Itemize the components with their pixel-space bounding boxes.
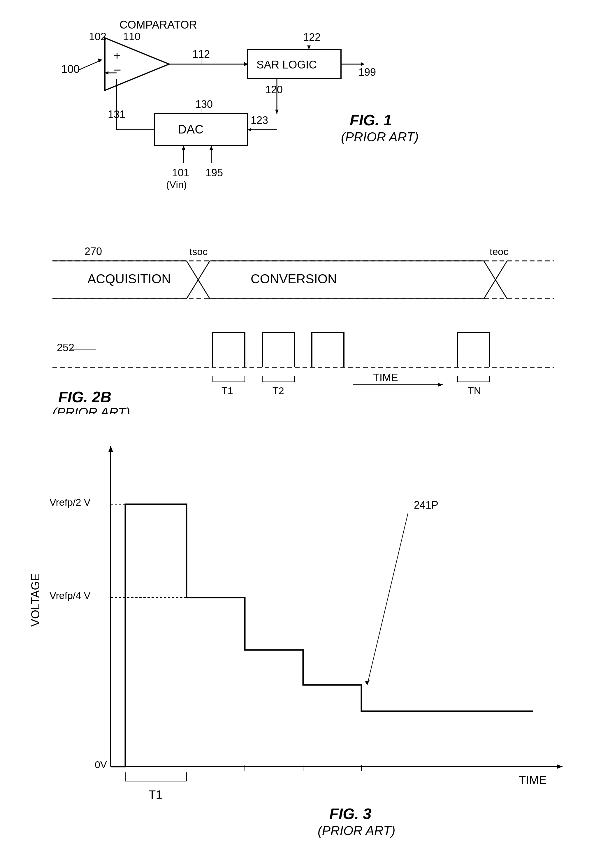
svg-text:CONVERSION: CONVERSION — [251, 272, 337, 286]
page: 100 + − COMPARATOR 110 102 112 SAR LOGIC… — [0, 0, 610, 868]
svg-text:FIG. 2B: FIG. 2B — [58, 389, 111, 405]
svg-text:T1: T1 — [221, 385, 233, 396]
svg-text:+: + — [114, 49, 120, 62]
svg-text:TIME: TIME — [519, 773, 547, 786]
svg-text:T1: T1 — [149, 788, 163, 801]
svg-text:TIME: TIME — [373, 372, 398, 384]
fig3-diagram: VOLTAGE TIME Vrefp/2 V Vrefp/4 V 0V 241P… — [23, 423, 591, 845]
fig1-diagram: 100 + − COMPARATOR 110 102 112 SAR LOGIC… — [44, 9, 568, 213]
svg-marker-41 — [209, 146, 213, 150]
svg-text:T2: T2 — [272, 385, 284, 396]
svg-text:100: 100 — [61, 63, 80, 75]
svg-text:(PRIOR ART): (PRIOR ART) — [53, 405, 130, 414]
svg-text:110: 110 — [123, 31, 141, 43]
svg-text:(PRIOR ART): (PRIOR ART) — [318, 823, 395, 838]
svg-text:SAR LOGIC: SAR LOGIC — [257, 59, 317, 71]
svg-text:199: 199 — [359, 66, 376, 78]
svg-line-105 — [367, 513, 408, 685]
svg-text:241P: 241P — [414, 499, 438, 511]
svg-marker-77 — [438, 383, 443, 386]
svg-text:270: 270 — [85, 245, 102, 257]
svg-marker-94 — [108, 446, 113, 452]
svg-text:195: 195 — [206, 167, 223, 179]
svg-marker-23 — [275, 110, 279, 114]
svg-text:122: 122 — [303, 31, 320, 43]
svg-text:123: 123 — [251, 114, 268, 126]
svg-text:102: 102 — [89, 31, 106, 43]
svg-text:FIG. 3: FIG. 3 — [329, 805, 372, 822]
svg-text:252: 252 — [57, 342, 74, 353]
svg-text:teoc: teoc — [490, 246, 508, 257]
svg-text:Vrefp/2 V: Vrefp/2 V — [50, 497, 91, 508]
svg-text:tsoc: tsoc — [189, 246, 207, 257]
svg-text:TN: TN — [468, 385, 481, 396]
svg-line-1 — [79, 60, 102, 70]
svg-text:130: 130 — [195, 98, 213, 110]
svg-text:(PRIOR ART): (PRIOR ART) — [341, 130, 418, 144]
svg-marker-17 — [307, 45, 311, 50]
svg-text:0V: 0V — [95, 759, 107, 770]
svg-text:112: 112 — [192, 48, 210, 60]
svg-marker-96 — [557, 764, 562, 769]
svg-text:120: 120 — [265, 84, 283, 96]
fig2b-diagram: 270 ACQUISITION CONVERSION tsoc teoc 252 — [23, 210, 591, 414]
svg-text:ACQUISITION: ACQUISITION — [87, 272, 171, 286]
svg-text:Vrefp/4 V: Vrefp/4 V — [50, 590, 91, 601]
svg-text:COMPARATOR: COMPARATOR — [119, 19, 197, 31]
svg-text:(Vin): (Vin) — [166, 179, 187, 190]
svg-text:DAC: DAC — [178, 122, 204, 136]
svg-text:FIG. 1: FIG. 1 — [350, 112, 392, 129]
svg-marker-106 — [365, 680, 370, 685]
svg-text:VOLTAGE: VOLTAGE — [29, 574, 42, 627]
svg-marker-19 — [361, 62, 364, 66]
svg-text:101: 101 — [172, 167, 189, 179]
svg-text:−: − — [114, 63, 121, 77]
svg-marker-37 — [182, 146, 185, 150]
